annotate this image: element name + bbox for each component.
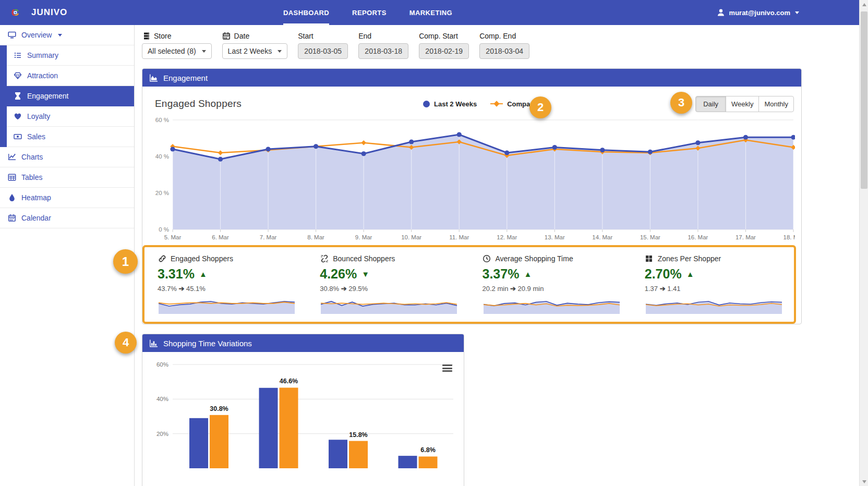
svg-text:46.6%: 46.6%: [280, 378, 298, 385]
kpi-engaged-shoppers: Engaged Shoppers 3.31%▲ 43.7% ➔ 45.1%: [144, 254, 307, 314]
chart-title: Engaged Shoppers: [155, 98, 242, 110]
monthly-button[interactable]: Monthly: [758, 96, 794, 112]
trend-up-icon: ▲: [524, 270, 532, 278]
junivo-logo-icon: [6, 5, 24, 20]
engagement-panel: Engagement Engaged Shoppers Last 2 Weeks…: [142, 68, 802, 324]
filter-bar: Store All selected (8) Date Last 2 Weeks…: [135, 25, 859, 59]
svg-text:14. Mar: 14. Mar: [592, 234, 612, 240]
scroll-down-button[interactable]: [860, 477, 868, 486]
sidebar-item-heatmap[interactable]: Heatmap: [0, 188, 134, 208]
svg-text:11. Mar: 11. Mar: [449, 234, 469, 240]
calendar-icon: [222, 31, 231, 40]
svg-text:15.8%: 15.8%: [349, 431, 367, 439]
shopping-time-panel-body: 20%40%60%30.8%46.6%15.8%6.8%: [142, 352, 464, 486]
sidebar-item-attraction[interactable]: Attraction: [7, 66, 134, 86]
date-filter: Date Last 2 Weeks: [222, 31, 288, 59]
svg-text:15. Mar: 15. Mar: [640, 234, 660, 240]
store-select[interactable]: All selected (8): [142, 43, 212, 59]
money-icon: [13, 132, 22, 141]
sidebar-item-label: Tables: [21, 173, 42, 181]
comp-end-input[interactable]: [479, 43, 529, 59]
sidebar-item-overview[interactable]: Overview: [0, 25, 134, 45]
svg-text:6.8%: 6.8%: [420, 446, 436, 454]
scrollbar-thumb[interactable]: [861, 11, 867, 189]
sidebar-item-label: Charts: [21, 153, 43, 161]
sidebar-item-sales[interactable]: Sales: [7, 127, 134, 147]
unlink-icon: [320, 254, 329, 263]
scroll-up-button[interactable]: [860, 0, 868, 9]
svg-text:13. Mar: 13. Mar: [545, 234, 565, 240]
nav-tab-marketing[interactable]: MARKETING: [409, 0, 452, 25]
svg-text:12. Mar: 12. Mar: [497, 234, 517, 240]
legend-item-last-2-weeks[interactable]: Last 2 Weeks: [423, 100, 477, 108]
daily-button[interactable]: Daily: [695, 96, 726, 112]
comp-start-input[interactable]: [419, 43, 469, 59]
kpi-zones-per-shopper: Zones Per Shopper 2.70%▲ 1.37 ➔ 1.41: [632, 254, 794, 314]
sidebar-item-summary[interactable]: Summary: [7, 45, 134, 66]
chart-line-icon: [7, 153, 16, 162]
kpi-change: 20.2 min ➔ 20.9 min: [483, 285, 632, 293]
sidebar-submenu: Summary Attraction Engagement Loyalty Sa…: [0, 45, 134, 147]
main-nav: DASHBOARD REPORTS MARKETING: [283, 0, 452, 25]
chart-menu-icon[interactable]: [442, 364, 452, 372]
page-scrollbar: [859, 0, 868, 486]
kpi-sparkline: [483, 299, 621, 314]
end-date-label: End: [358, 32, 371, 40]
svg-text:16. Mar: 16. Mar: [688, 234, 708, 240]
list-icon: [13, 51, 22, 60]
sidebar-item-label: Overview: [21, 31, 52, 39]
granularity-toggle: Daily Weekly Monthly: [695, 96, 794, 112]
kpi-value: 3.31%▲: [158, 266, 307, 282]
trend-down-icon: ▼: [361, 270, 369, 278]
kpi-sparkline: [320, 299, 458, 314]
brand[interactable]: JUNIVO: [0, 5, 130, 20]
kpi-change: 30.8% ➔ 29.5%: [320, 285, 469, 293]
nav-tab-reports[interactable]: REPORTS: [352, 0, 387, 25]
start-date-filter: Start: [298, 31, 348, 59]
grid-icon: [645, 254, 654, 263]
table-icon: [7, 173, 16, 182]
shopping-time-variations-panel: Shopping Time Variations 20%40%60%30.8%4…: [142, 334, 464, 486]
kpi-change: 1.37 ➔ 1.41: [645, 285, 794, 293]
start-date-input[interactable]: [298, 43, 348, 59]
weekly-button[interactable]: Weekly: [726, 96, 759, 112]
shopping-time-panel-header: Shopping Time Variations: [142, 334, 464, 352]
gem-icon: [13, 71, 22, 80]
chevron-down-icon: [202, 50, 206, 53]
end-date-input[interactable]: [358, 43, 408, 59]
kpi-label: Engaged Shoppers: [171, 254, 233, 263]
comp-end-label: Comp. End: [479, 32, 516, 40]
nav-tab-dashboard[interactable]: DASHBOARD: [283, 0, 329, 25]
user-menu[interactable]: murat@junivo.com: [717, 8, 799, 17]
sidebar-item-loyalty[interactable]: Loyalty: [7, 106, 134, 127]
sidebar-item-label: Engagement: [27, 92, 68, 100]
engagement-panel-body: Engaged Shoppers Last 2 Weeks Comparison…: [142, 93, 801, 324]
sidebar-item-engagement[interactable]: Engagement: [7, 86, 134, 106]
main-content: Store All selected (8) Date Last 2 Weeks…: [135, 25, 859, 486]
annotation-badge-4: 4: [115, 332, 137, 354]
chevron-down-icon: [278, 50, 282, 53]
kpi-row-highlight-box: Engaged Shoppers 3.31%▲ 43.7% ➔ 45.1% Bo…: [142, 245, 796, 324]
link-icon: [158, 254, 166, 263]
sidebar-item-tables[interactable]: Tables: [0, 167, 134, 188]
sidebar-item-charts[interactable]: Charts: [0, 147, 134, 167]
trend-up-icon: ▲: [686, 270, 694, 278]
engaged-shoppers-chart: 0 %20 %40 %60 %5. Mar6. Mar7. Mar8. Mar9…: [155, 116, 795, 243]
chevron-down-icon: [795, 11, 799, 14]
date-range-select[interactable]: Last 2 Weeks: [222, 43, 288, 59]
heart-icon: [13, 112, 22, 121]
area-chart-icon: [149, 74, 158, 82]
store-select-value: All selected (8): [148, 47, 196, 55]
svg-text:40 %: 40 %: [155, 153, 169, 160]
sidebar-item-label: Attraction: [27, 71, 58, 80]
shopping-time-panel-title: Shopping Time Variations: [163, 339, 252, 348]
svg-text:18. Mar: 18. Mar: [783, 234, 795, 240]
svg-text:5. Mar: 5. Mar: [164, 234, 182, 240]
top-navbar: JUNIVO DASHBOARD REPORTS MARKETING murat…: [0, 0, 868, 25]
kpi-label: Average Shopping Time: [496, 254, 573, 263]
annotation-badge-1: 1: [113, 249, 138, 274]
comp-start-filter: Comp. Start: [419, 31, 469, 59]
legend-label: Last 2 Weeks: [434, 100, 477, 108]
user-email: murat@junivo.com: [729, 9, 790, 17]
sidebar-item-calendar[interactable]: Calendar: [0, 208, 134, 228]
